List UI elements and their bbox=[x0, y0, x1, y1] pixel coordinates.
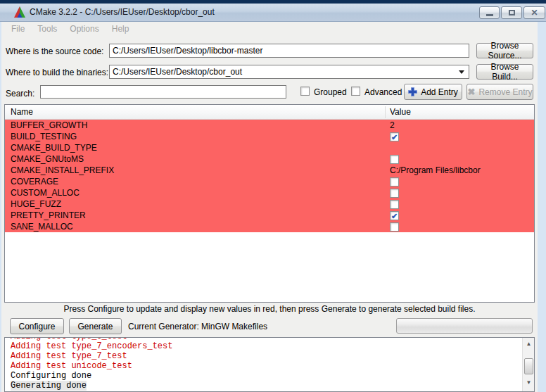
value-checkbox[interactable]: ✔ bbox=[390, 211, 399, 220]
cache-entry-name: COVERAGE bbox=[11, 176, 58, 187]
cache-entry-name: CUSTOM_ALLOC bbox=[11, 187, 80, 198]
build-path-input[interactable] bbox=[109, 65, 469, 79]
cache-entry-name: HUGE_FUZZ bbox=[11, 198, 61, 210]
instruction-text: Press Configure to update and display ne… bbox=[1, 304, 538, 314]
value-checkbox[interactable] bbox=[390, 222, 399, 232]
remove-entry-button[interactable]: ✖ Remove Entry bbox=[466, 84, 533, 100]
browse-source-button[interactable]: Browse Source... bbox=[476, 43, 533, 58]
build-binaries-label: Where to build the binaries: bbox=[6, 68, 108, 77]
value-checkbox[interactable] bbox=[390, 200, 399, 209]
add-entry-button[interactable]: Add Entry bbox=[404, 84, 462, 100]
configure-button[interactable]: Configure bbox=[10, 318, 64, 334]
menu-item-help[interactable]: Help bbox=[106, 24, 136, 34]
minimize-button[interactable] bbox=[479, 6, 500, 19]
close-button[interactable]: ✕ bbox=[523, 6, 545, 19]
cache-entry-value[interactable] bbox=[390, 221, 399, 232]
column-header-name[interactable]: Name bbox=[11, 107, 33, 117]
build-path-combobox[interactable] bbox=[109, 65, 469, 79]
table-row[interactable]: SANE_MALLOC bbox=[5, 221, 534, 232]
table-row[interactable]: CMAKE_BUILD_TYPE bbox=[5, 142, 534, 153]
cache-entry-name: PRETTY_PRINTER bbox=[11, 210, 86, 221]
remove-entry-label: Remove Entry bbox=[478, 87, 532, 97]
cache-entry-name: CMAKE_GNUtoMS bbox=[11, 153, 84, 165]
value-checkbox[interactable] bbox=[390, 177, 399, 186]
source-path-input[interactable] bbox=[109, 44, 469, 58]
table-row[interactable]: COVERAGE bbox=[5, 176, 534, 187]
cache-entry-value[interactable] bbox=[390, 198, 399, 210]
add-entry-label: Add Entry bbox=[421, 87, 458, 97]
table-row[interactable]: CMAKE_INSTALL_PREFIXC:/Program Files/lib… bbox=[5, 165, 534, 176]
grouped-label: Grouped bbox=[314, 87, 347, 97]
log-line: Adding test type_7_encoders_test bbox=[11, 341, 172, 351]
log-line: Adding test unicode_test bbox=[11, 361, 172, 371]
remove-x-icon: ✖ bbox=[468, 87, 476, 97]
current-generator-label: Current Generator: MinGW Makefiles bbox=[128, 322, 267, 331]
cmake-logo-icon bbox=[14, 6, 25, 18]
menu-item-options[interactable]: Options bbox=[63, 24, 105, 34]
cache-entry-name: SANE_MALLOC bbox=[11, 221, 73, 232]
cache-entry-value[interactable]: 2 bbox=[390, 120, 395, 131]
search-label: Search: bbox=[6, 89, 34, 99]
cache-entry-value[interactable] bbox=[390, 176, 399, 187]
log-line: Configuring done bbox=[11, 371, 172, 381]
log-scrollbar[interactable]: ▲ ▼ bbox=[522, 338, 534, 392]
scroll-up-icon[interactable]: ▲ bbox=[523, 339, 534, 349]
source-code-label: Where is the source code: bbox=[6, 46, 103, 56]
cache-entry-value[interactable]: ✔ bbox=[390, 131, 399, 142]
value-checkbox[interactable] bbox=[390, 155, 399, 164]
browse-build-button[interactable]: Browse Build... bbox=[476, 64, 533, 80]
column-divider[interactable] bbox=[385, 106, 386, 118]
table-row[interactable]: CMAKE_GNUtoMS bbox=[5, 153, 534, 165]
cache-entry-name: CMAKE_BUILD_TYPE bbox=[11, 142, 97, 153]
table-row[interactable]: BUFFER_GROWTH2 bbox=[5, 120, 534, 131]
cmake-window: CMake 3.2.2 - C:/Users/IEUser/Desktop/cb… bbox=[0, 0, 546, 392]
window-title: CMake 3.2.2 - C:/Users/IEUser/Desktop/cb… bbox=[30, 7, 215, 17]
cache-entry-value[interactable] bbox=[390, 153, 399, 165]
table-header[interactable]: Name Value bbox=[5, 105, 534, 120]
progress-bar bbox=[396, 318, 533, 334]
column-header-value[interactable]: Value bbox=[390, 107, 411, 117]
table-rows: BUFFER_GROWTH2BUILD_TESTING✔CMAKE_BUILD_… bbox=[5, 120, 534, 232]
menu-bar: FileToolsOptionsHelp bbox=[1, 22, 538, 37]
generate-button[interactable]: Generate bbox=[69, 318, 122, 334]
chevron-down-icon[interactable] bbox=[459, 70, 464, 74]
output-log[interactable]: Adding test type_6_testAdding test type_… bbox=[4, 337, 535, 392]
scrollbar-thumb[interactable] bbox=[524, 358, 533, 374]
cache-entry-name: BUFFER_GROWTH bbox=[11, 120, 87, 131]
log-line: Generating done bbox=[11, 381, 172, 391]
table-row[interactable]: BUILD_TESTING✔ bbox=[5, 131, 534, 142]
table-row[interactable]: HUGE_FUZZ bbox=[5, 198, 534, 210]
add-plus-icon bbox=[408, 87, 417, 96]
advanced-label: Advanced bbox=[364, 87, 402, 97]
table-row[interactable]: PRETTY_PRINTER✔ bbox=[5, 210, 534, 221]
cache-entry-value[interactable] bbox=[390, 187, 399, 198]
maximize-button[interactable] bbox=[501, 6, 522, 19]
advanced-checkbox[interactable] bbox=[351, 87, 360, 96]
log-line: Adding test type_7_test bbox=[11, 351, 172, 361]
grouped-checkbox[interactable] bbox=[300, 87, 310, 96]
title-bar[interactable]: CMake 3.2.2 - C:/Users/IEUser/Desktop/cb… bbox=[0, 4, 546, 22]
cache-entry-name: CMAKE_INSTALL_PREFIX bbox=[11, 165, 114, 176]
log-content: Adding test type_6_testAdding test type_… bbox=[11, 337, 172, 391]
cache-entry-name: BUILD_TESTING bbox=[11, 131, 77, 142]
table-row[interactable]: CUSTOM_ALLOC bbox=[5, 187, 534, 198]
value-checkbox[interactable]: ✔ bbox=[390, 132, 399, 141]
close-icon: ✕ bbox=[531, 9, 538, 16]
cache-variable-table[interactable]: Name Value BUFFER_GROWTH2BUILD_TESTING✔C… bbox=[4, 104, 535, 303]
value-checkbox[interactable] bbox=[390, 189, 399, 198]
search-input[interactable] bbox=[40, 85, 286, 99]
menu-item-tools[interactable]: Tools bbox=[31, 24, 63, 34]
scroll-down-icon[interactable]: ▼ bbox=[523, 377, 534, 388]
cache-entry-value[interactable]: C:/Program Files/libcbor bbox=[390, 165, 481, 176]
maximize-icon bbox=[509, 10, 515, 15]
minimize-icon bbox=[486, 14, 493, 16]
cache-entry-value[interactable]: ✔ bbox=[390, 210, 399, 221]
menu-item-file[interactable]: File bbox=[5, 24, 31, 34]
